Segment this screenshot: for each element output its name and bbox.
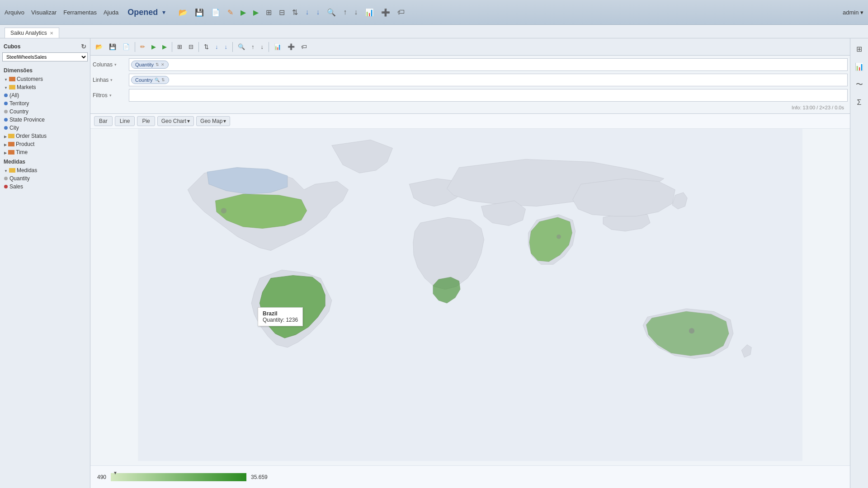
add-measure-btn[interactable]: ➕ bbox=[285, 42, 297, 52]
tree-item-sales[interactable]: Sales bbox=[2, 183, 88, 191]
new-doc-icon[interactable]: 📄 bbox=[209, 7, 222, 18]
swap-axes-btn[interactable]: ⇅ bbox=[201, 42, 212, 52]
quantity-dot-icon bbox=[4, 177, 8, 180]
export-csv-btn[interactable]: ↓ bbox=[212, 42, 221, 52]
customers-expand-icon bbox=[4, 76, 8, 82]
order-status-expand-icon bbox=[4, 133, 7, 139]
tree-item-product[interactable]: Product bbox=[2, 140, 88, 148]
svg-point-2 bbox=[689, 328, 694, 333]
page-down-btn[interactable]: ↓ bbox=[258, 42, 267, 52]
legend-bar: 490 ▼ 35.659 bbox=[90, 465, 850, 488]
world-map bbox=[90, 129, 850, 461]
tab-saiku-analytics[interactable]: Saiku Analytics ✕ bbox=[5, 28, 59, 38]
country-pill-sort-icon[interactable]: ⇅ bbox=[161, 78, 165, 82]
sales-dot-icon bbox=[4, 185, 8, 188]
tab-bar-btn[interactable]: Bar bbox=[94, 116, 113, 126]
colunas-row: Colunas ▾ Quantity ⇅ ✕ bbox=[93, 58, 848, 71]
tree-item-all[interactable]: (All) bbox=[2, 91, 88, 99]
viz-toolbar-icons: 📂 💾 📄 ✎ ▶ ▶ ⊞ ⊟ ⇅ ↓ ↓ 🔍 ↑ ↓ 📊 ➕ 🏷 bbox=[177, 7, 406, 18]
line-chart-btn[interactable]: 〜 bbox=[854, 78, 865, 91]
export-xls-icon[interactable]: ↓ bbox=[314, 7, 321, 18]
filtros-content bbox=[129, 89, 848, 102]
linhas-arrow-icon[interactable]: ▾ bbox=[110, 78, 113, 82]
run-query-btn[interactable]: ▶ bbox=[149, 42, 159, 52]
app-title: Opened bbox=[127, 8, 158, 17]
run-icon[interactable]: ▶ bbox=[239, 7, 248, 18]
chart-config-btn[interactable]: 📊 bbox=[271, 42, 284, 52]
tag-btn[interactable]: 🏷 bbox=[298, 42, 310, 52]
sigma-btn[interactable]: Σ bbox=[855, 97, 863, 108]
flat-view-icon[interactable]: ⊟ bbox=[277, 7, 287, 18]
chart-view-btn[interactable]: 📊 bbox=[853, 61, 866, 73]
toolbar-sep-3 bbox=[198, 42, 199, 52]
admin-menu[interactable]: admin ▾ bbox=[843, 9, 863, 16]
page-up-btn[interactable]: ↑ bbox=[249, 42, 257, 52]
dimensoes-label: Dimensões bbox=[2, 65, 88, 75]
country-pill-label: Country bbox=[135, 77, 153, 83]
toggle-table-btn[interactable]: ⊞ bbox=[175, 42, 185, 52]
open-file-btn[interactable]: 📂 bbox=[93, 42, 105, 52]
move-down-icon[interactable]: ↓ bbox=[352, 7, 359, 18]
country-pill[interactable]: Country 🔍 ⇅ bbox=[131, 76, 169, 84]
open-folder-icon[interactable]: 📂 bbox=[177, 7, 189, 18]
add-chart-icon[interactable]: 📊 bbox=[363, 7, 376, 18]
edit-icon[interactable]: ✎ bbox=[226, 7, 235, 18]
quantity-pill-sort-icon[interactable]: ⇅ bbox=[156, 62, 159, 67]
toggle-flat-btn[interactable]: ⊟ bbox=[186, 42, 196, 52]
run-mdx-icon[interactable]: ▶ bbox=[251, 7, 260, 18]
swap-axes-icon[interactable]: ⇅ bbox=[290, 7, 300, 18]
export-xls-btn[interactable]: ↓ bbox=[222, 42, 231, 52]
menu-arquivo[interactable]: Arquivo bbox=[5, 9, 24, 16]
tab-close-icon[interactable]: ✕ bbox=[50, 31, 53, 36]
geo-map-label: Geo Map bbox=[200, 118, 222, 124]
tab-pie-btn[interactable]: Pie bbox=[137, 116, 155, 126]
table-view-icon[interactable]: ⊞ bbox=[264, 7, 274, 18]
state-province-label: State Province bbox=[9, 117, 45, 123]
geo-chart-dropdown[interactable]: Geo Chart ▾ bbox=[157, 116, 194, 126]
filtros-label-area: Filtros ▾ bbox=[93, 92, 129, 99]
tag-icon[interactable]: 🏷 bbox=[396, 7, 406, 18]
tree-item-state-province[interactable]: State Province bbox=[2, 116, 88, 124]
save-icon[interactable]: 💾 bbox=[193, 7, 206, 18]
title-dropdown-icon[interactable]: ▾ bbox=[162, 9, 165, 16]
tab-line-btn[interactable]: Line bbox=[115, 116, 135, 126]
tree-item-order-status[interactable]: Order Status bbox=[2, 132, 88, 140]
tree-item-country[interactable]: Country bbox=[2, 108, 88, 116]
customers-label: Customers bbox=[17, 76, 43, 82]
colunas-label: Colunas bbox=[93, 61, 113, 68]
tree-item-time[interactable]: Time bbox=[2, 148, 88, 156]
markets-folder-icon bbox=[9, 85, 15, 89]
tree-item-city[interactable]: City bbox=[2, 124, 88, 132]
chart-tab-bar: Bar Line Pie Geo Chart ▾ Geo Map ▾ bbox=[90, 114, 850, 129]
medidas-folder-icon bbox=[9, 168, 15, 173]
save-file-btn[interactable]: 💾 bbox=[106, 42, 119, 52]
tree-item-territory[interactable]: Territory bbox=[2, 99, 88, 108]
filtros-label: Filtros bbox=[93, 92, 108, 99]
colunas-arrow-icon[interactable]: ▾ bbox=[114, 62, 117, 67]
refresh-icon[interactable]: ↻ bbox=[81, 43, 86, 50]
menu-visualizar[interactable]: Visualizar bbox=[31, 9, 57, 16]
tree-item-quantity[interactable]: Quantity bbox=[2, 174, 88, 183]
quantity-pill[interactable]: Quantity ⇅ ✕ bbox=[131, 61, 169, 69]
new-query-btn[interactable]: 📄 bbox=[120, 42, 132, 52]
edit-query-btn[interactable]: ✏ bbox=[137, 42, 148, 52]
cube-dropdown[interactable]: SteelWheelsSales bbox=[2, 52, 88, 61]
zoom-in-btn[interactable]: 🔍 bbox=[235, 42, 248, 52]
tree-item-medidas-root[interactable]: Medidas bbox=[2, 166, 88, 174]
menu-ajuda[interactable]: Ajuda bbox=[104, 9, 118, 16]
filtros-arrow-icon[interactable]: ▾ bbox=[109, 93, 112, 98]
country-pill-search-icon[interactable]: 🔍 bbox=[155, 78, 160, 82]
quantity-pill-close-icon[interactable]: ✕ bbox=[161, 62, 165, 67]
map-area[interactable]: Brazil Quantity: 1236 490 ▼ 35.659 bbox=[90, 129, 850, 488]
product-expand-icon bbox=[4, 141, 7, 147]
geo-map-dropdown[interactable]: Geo Map ▾ bbox=[196, 116, 230, 126]
run-mdx-btn[interactable]: ▶ bbox=[160, 42, 170, 52]
zoom-icon[interactable]: 🔍 bbox=[325, 7, 338, 18]
table-view-btn[interactable]: ⊞ bbox=[854, 43, 864, 55]
plus-icon[interactable]: ➕ bbox=[379, 7, 392, 18]
tree-item-markets[interactable]: Markets bbox=[2, 83, 88, 91]
menu-ferramentas[interactable]: Ferramentas bbox=[63, 9, 97, 16]
export-csv-icon[interactable]: ↓ bbox=[303, 7, 311, 18]
tree-item-customers[interactable]: Customers bbox=[2, 75, 88, 83]
move-up-icon[interactable]: ↑ bbox=[341, 7, 349, 18]
